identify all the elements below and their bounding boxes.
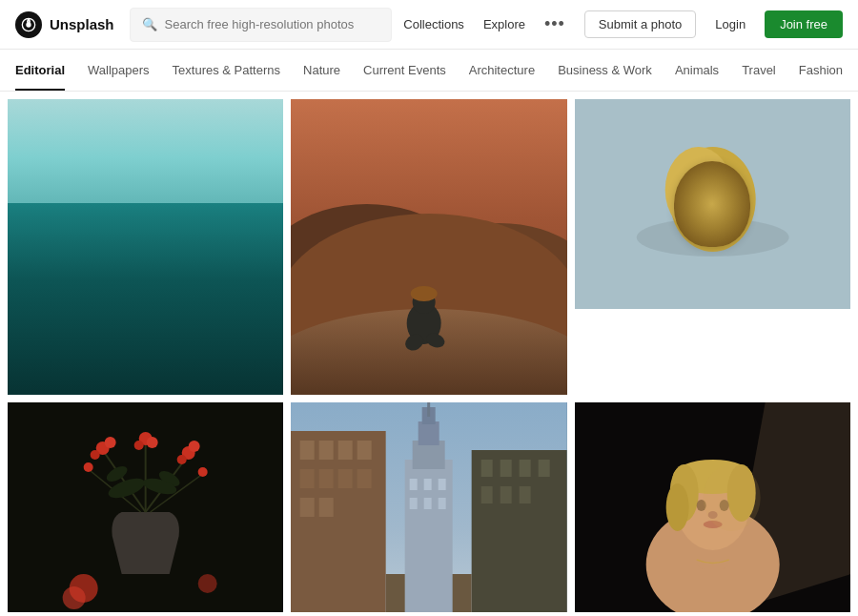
cat-travel[interactable]: Travel [742,51,776,91]
logo-icon [15,11,42,38]
svg-rect-90 [410,498,418,509]
cat-architecture[interactable]: Architecture [469,51,535,91]
photo-food-item[interactable] [575,99,850,309]
svg-rect-65 [338,441,353,460]
svg-point-1 [27,23,31,27]
svg-point-5 [103,177,141,212]
photo-underwater[interactable] [8,99,283,395]
svg-rect-63 [300,441,315,460]
svg-rect-77 [539,460,550,477]
svg-rect-78 [481,486,493,503]
svg-point-12 [31,290,260,395]
cat-nature[interactable]: Nature [303,51,340,91]
svg-rect-71 [300,498,315,517]
svg-rect-72 [319,498,334,517]
svg-point-32 [701,200,705,204]
svg-point-6 [122,172,170,210]
svg-rect-84 [419,421,439,445]
logo-text: Unsplash [50,16,114,32]
cat-editorial[interactable]: Editorial [15,51,65,91]
svg-rect-79 [500,486,512,503]
cat-wallpapers[interactable]: Wallpapers [88,51,150,91]
svg-rect-75 [500,460,512,477]
svg-point-25 [411,286,438,301]
svg-rect-70 [358,469,372,488]
svg-point-50 [147,437,158,448]
svg-point-101 [665,483,688,531]
svg-rect-89 [439,479,446,490]
svg-point-11 [17,249,112,283]
photo-city-buildings[interactable] [291,402,566,612]
svg-rect-92 [439,498,446,509]
svg-point-33 [714,206,720,212]
svg-point-55 [198,467,208,477]
svg-rect-68 [319,469,334,488]
nav-collections[interactable]: Collections [403,17,464,31]
svg-point-30 [705,177,710,183]
svg-rect-64 [319,441,334,460]
svg-point-35 [694,195,699,199]
search-icon: 🔍 [142,17,157,31]
svg-rect-8 [8,204,283,395]
svg-point-53 [189,441,200,452]
svg-rect-67 [300,469,315,488]
svg-rect-87 [410,479,418,490]
svg-point-9 [27,218,179,276]
nav-more-dots[interactable]: ••• [544,14,565,34]
photo-man-portrait[interactable] [575,402,850,612]
svg-rect-66 [358,441,372,460]
category-nav: Editorial Wallpapers Textures & Patterns… [0,50,858,92]
cat-business-work[interactable]: Business & Work [558,51,652,91]
svg-rect-91 [424,498,432,509]
nav-explore[interactable]: Explore [483,17,525,31]
svg-rect-2 [28,18,31,21]
photo-flowers-dark[interactable] [8,402,283,612]
svg-point-4 [60,188,232,211]
search-input[interactable] [165,17,380,31]
cat-animals[interactable]: Animals [675,51,719,91]
cat-current-events[interactable]: Current Events [363,51,446,91]
search-bar[interactable]: 🔍 [130,8,393,42]
cat-fashion[interactable]: Fashion [799,51,843,91]
join-free-button[interactable]: Join free [765,10,843,38]
svg-point-36 [688,168,717,187]
logo-area: Unsplash [15,11,114,38]
svg-point-60 [198,574,217,593]
svg-point-49 [134,441,144,450]
top-nav: Collections Explore ••• Submit a photo L… [403,10,843,38]
svg-point-29 [664,147,731,233]
svg-point-106 [703,464,760,531]
svg-point-59 [63,586,86,609]
svg-point-7 [149,178,191,211]
login-button[interactable]: Login [715,17,746,31]
svg-rect-80 [520,486,531,503]
svg-point-54 [84,462,93,472]
svg-rect-26 [575,99,850,309]
svg-point-52 [177,455,187,464]
svg-rect-3 [8,99,283,204]
svg-rect-69 [338,469,353,488]
svg-rect-88 [424,479,432,490]
svg-rect-76 [520,460,531,477]
svg-point-10 [122,237,236,276]
photo-person-rocks[interactable] [291,99,566,395]
svg-point-14 [151,328,246,395]
photo-grid [0,92,858,616]
svg-point-47 [105,437,116,448]
svg-rect-74 [481,460,493,477]
submit-photo-button[interactable]: Submit a photo [584,10,696,38]
svg-point-13 [46,338,122,395]
cat-textures-patterns[interactable]: Textures & Patterns [173,51,280,91]
svg-point-34 [710,193,714,196]
svg-point-46 [91,450,100,460]
header: Unsplash 🔍 Collections Explore ••• Submi… [0,0,858,50]
svg-point-31 [720,188,725,193]
svg-point-15 [70,347,222,395]
